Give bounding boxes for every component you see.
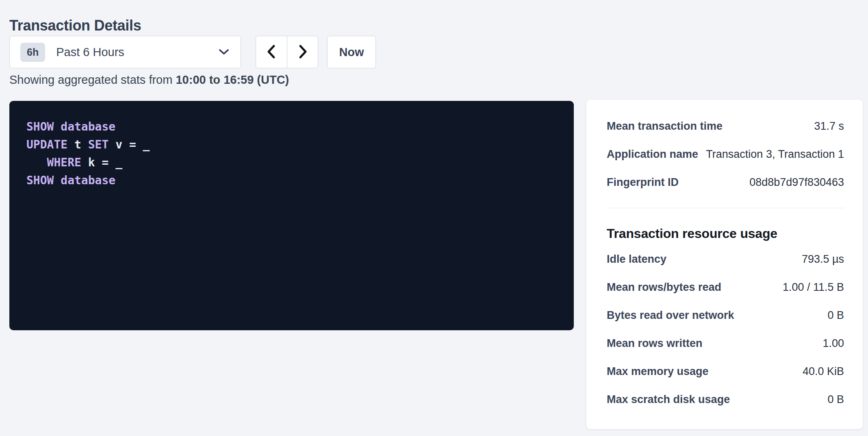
stat-row: Max scratch disk usage0 B (607, 393, 844, 410)
sql-text (54, 120, 61, 133)
stat-label: Mean rows written (607, 337, 703, 350)
caption-time-range: 10:00 to 16:59 (UTC) (176, 73, 289, 86)
stat-label: Max scratch disk usage (607, 393, 730, 406)
caption-prefix: Showing aggregated stats from (9, 73, 176, 86)
stat-row: Application nameTransaction 3, Transacti… (607, 148, 844, 165)
stat-label: Fingerprint ID (607, 176, 679, 189)
card-divider (607, 208, 844, 208)
sql-line: SHOW database (26, 118, 562, 136)
stat-label: Mean rows/bytes read (607, 281, 721, 294)
aggregated-stats-caption: Showing aggregated stats from 10:00 to 1… (9, 73, 289, 87)
sql-text: t (67, 138, 88, 151)
time-range-badge: 6h (20, 43, 45, 62)
sql-keyword: database (61, 120, 115, 133)
stat-label: Bytes read over network (607, 309, 734, 322)
sql-text: k = _ (81, 156, 122, 169)
chevron-down-icon (219, 48, 229, 56)
sql-text: v = _ (108, 138, 150, 151)
stat-value: 08d8b7d97f830463 (749, 176, 844, 189)
sql-line: WHERE k = _ (26, 154, 562, 172)
now-button[interactable]: Now (327, 36, 376, 68)
resource-usage-section-title: Transaction resource usage (607, 225, 844, 242)
sql-line: SHOW database (26, 172, 562, 190)
sql-keyword: SHOW (26, 174, 54, 187)
stat-row: Mean rows written1.00 (607, 337, 844, 354)
stat-label: Mean transaction time (607, 120, 723, 133)
sql-statements: SHOW databaseUPDATE t SET v = _ WHERE k … (26, 118, 562, 190)
stat-value: 1.00 (822, 337, 844, 350)
transaction-summary-card: Mean transaction time31.7 sApplication n… (586, 100, 863, 429)
next-time-range-button[interactable] (287, 36, 318, 68)
stat-value: 31.7 s (814, 120, 844, 133)
stat-value: 0 B (827, 393, 844, 406)
page-title: Transaction Details (9, 17, 141, 34)
stat-value: 793.5 µs (802, 253, 844, 266)
time-picker-controls: 6h Past 6 Hours (9, 36, 376, 68)
stat-row: Mean rows/bytes read1.00 / 11.5 B (607, 281, 844, 298)
transaction-details-page: Transaction Details 6h Past 6 Hours (0, 0, 868, 436)
stat-row: Bytes read over network0 B (607, 309, 844, 326)
stat-label: Max memory usage (607, 365, 709, 378)
sql-keyword: database (61, 174, 115, 187)
stat-label: Idle latency (607, 253, 666, 266)
previous-time-range-button[interactable] (256, 36, 287, 68)
time-range-label: Past 6 Hours (56, 46, 124, 59)
stat-value: 40.0 KiB (803, 365, 844, 378)
sql-text (26, 156, 47, 169)
stat-row: Idle latency793.5 µs (607, 253, 844, 270)
stat-value: 1.00 / 11.5 B (783, 281, 844, 294)
sql-keyword: UPDATE (26, 138, 67, 151)
time-pager (256, 36, 318, 68)
chevron-right-icon (297, 44, 308, 61)
resource-usage-rows: Idle latency793.5 µsMean rows/bytes read… (607, 253, 844, 410)
sql-keyword: WHERE (47, 156, 81, 169)
sql-line: UPDATE t SET v = _ (26, 136, 562, 154)
stat-row: Fingerprint ID08d8b7d97f830463 (607, 176, 844, 193)
sql-keyword: SHOW (26, 120, 54, 133)
sql-keyword: SET (88, 138, 109, 151)
stat-row: Max memory usage40.0 KiB (607, 365, 844, 382)
stat-row: Mean transaction time31.7 s (607, 120, 844, 137)
stat-value: Transaction 3, Transaction 1 (706, 148, 844, 161)
stat-value: 0 B (827, 309, 844, 322)
time-range-dropdown[interactable]: 6h Past 6 Hours (9, 36, 241, 68)
chevron-left-icon (266, 44, 277, 61)
transaction-overview-rows: Mean transaction time31.7 sApplication n… (607, 120, 844, 193)
transaction-sql-statements-box: SHOW databaseUPDATE t SET v = _ WHERE k … (9, 101, 574, 330)
stat-label: Application name (607, 148, 698, 161)
sql-text (54, 174, 61, 187)
